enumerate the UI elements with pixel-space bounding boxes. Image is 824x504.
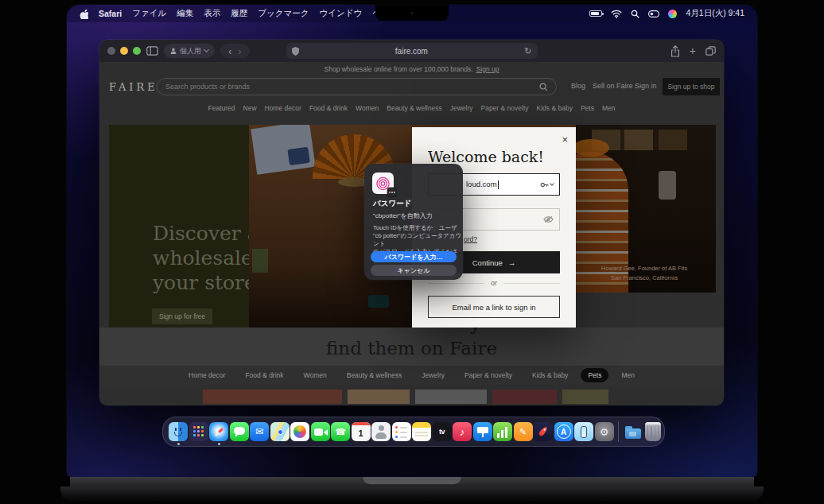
- dock-icon-calendar[interactable]: 1: [352, 422, 371, 441]
- enter-password-button[interactable]: パスワードを入力…: [371, 251, 457, 262]
- dock-icon-iphone-mirroring[interactable]: [574, 422, 593, 441]
- battery-icon[interactable]: [589, 10, 602, 17]
- nav-featured[interactable]: Featured: [208, 104, 235, 112]
- footer-pill-pets-active[interactable]: Pets: [581, 368, 608, 382]
- chevron-down-icon: [204, 47, 209, 52]
- blog-link[interactable]: Blog: [571, 82, 585, 90]
- sell-on-faire-link[interactable]: Sell on Faire: [593, 82, 633, 90]
- apple-menu-icon[interactable]: [80, 9, 88, 19]
- section-heading: find them on Faire: [99, 338, 724, 359]
- dock-icon-numbers[interactable]: [493, 422, 512, 441]
- zoom-window-button[interactable]: [133, 47, 141, 55]
- menu-item-file[interactable]: ファイル: [132, 8, 166, 19]
- nav-women[interactable]: Women: [356, 104, 379, 112]
- menubar-clock[interactable]: 4月1日(火) 9:41: [686, 8, 744, 19]
- cancel-button[interactable]: キャンセル: [371, 265, 457, 276]
- minimize-window-button[interactable]: [120, 47, 128, 55]
- footer-pill-kids-baby[interactable]: Kids & baby: [525, 368, 575, 382]
- category-nav: Featured New Home decor Food & drink Wom…: [99, 100, 724, 116]
- profile-switcher[interactable]: 個人用: [164, 44, 215, 58]
- footer-pill-jewelry[interactable]: Jewelry: [414, 368, 452, 382]
- dock-icon-system-settings[interactable]: ⚙: [595, 422, 614, 441]
- traffic-lights: [107, 47, 141, 55]
- dock-icon-safari[interactable]: [209, 422, 228, 441]
- reload-icon[interactable]: ↻: [524, 46, 531, 56]
- dock-icon-messages[interactable]: [230, 422, 249, 441]
- footer-category-nav: Home decor Food & drink Women Beauty & w…: [99, 366, 724, 385]
- footer-pill-paper-novelty[interactable]: Paper & novelty: [457, 368, 519, 382]
- chevron-down-icon[interactable]: [550, 181, 554, 186]
- site-search-input[interactable]: Search products or brands: [157, 78, 557, 95]
- dock-icon-apps-launchpad[interactable]: [189, 422, 208, 441]
- passwords-key-icon[interactable]: [540, 180, 549, 189]
- dock-icon-mail[interactable]: ✉: [250, 422, 269, 441]
- new-tab-icon[interactable]: +: [690, 45, 696, 56]
- history-nav: ‹ ›: [220, 44, 250, 58]
- nav-kids-baby[interactable]: Kids & baby: [537, 104, 573, 112]
- dock-icon-facetime[interactable]: [311, 422, 330, 441]
- menu-item-bookmarks[interactable]: ブックマーク: [258, 8, 309, 19]
- dock-icon-photos[interactable]: [290, 422, 309, 441]
- dock-icon-app-store[interactable]: A: [554, 422, 573, 441]
- share-icon[interactable]: [670, 45, 680, 57]
- forward-button[interactable]: ›: [235, 46, 244, 56]
- menu-item-history[interactable]: 履歴: [231, 8, 247, 19]
- footer-pill-men[interactable]: Men: [614, 368, 642, 382]
- rocket-icon: [538, 426, 549, 437]
- dock-icon-maps[interactable]: [270, 422, 290, 441]
- footer-pill-women[interactable]: Women: [297, 368, 334, 382]
- tab-overview-icon[interactable]: [705, 46, 716, 56]
- dock-icon-tv[interactable]: tv: [433, 422, 452, 441]
- nav-home-decor[interactable]: Home decor: [265, 104, 301, 112]
- back-button[interactable]: ‹: [225, 46, 235, 56]
- banner-signup-link[interactable]: Sign up: [476, 65, 499, 73]
- camera-dot: [411, 12, 414, 14]
- control-center-icon[interactable]: [648, 10, 659, 17]
- nav-new[interactable]: New: [243, 104, 257, 112]
- menu-item-view[interactable]: 表示: [204, 8, 220, 19]
- spotlight-icon[interactable]: [631, 10, 639, 18]
- dock-icon-reminders[interactable]: [392, 422, 411, 441]
- email-link-button[interactable]: Email me a link to sign in: [428, 296, 560, 318]
- privacy-shield-icon: [292, 47, 299, 56]
- dock-downloads-folder[interactable]: [624, 422, 643, 441]
- sidebar-toggle-icon[interactable]: [146, 46, 158, 56]
- forgot-password-link-partial[interactable]: ord?: [464, 235, 477, 243]
- announcement-banner: Shop wholesale online from over 100,000 …: [99, 62, 724, 76]
- person-icon: [170, 48, 177, 54]
- close-window-button[interactable]: [107, 47, 115, 55]
- nav-beauty-wellness[interactable]: Beauty & wellness: [387, 104, 441, 112]
- wifi-icon[interactable]: [611, 10, 622, 18]
- menu-item-edit[interactable]: 編集: [177, 8, 193, 19]
- dock-icon-notes[interactable]: [412, 422, 431, 441]
- dock-icon-music[interactable]: ♪: [453, 422, 472, 441]
- footer-pill-food-drink[interactable]: Food & drink: [238, 368, 290, 382]
- nav-men[interactable]: Men: [602, 104, 616, 112]
- faire-logo[interactable]: FAIRE: [109, 81, 158, 93]
- address-bar[interactable]: faire.com ↻: [286, 43, 538, 59]
- sign-up-to-shop-button[interactable]: Sign up to shop: [663, 78, 720, 95]
- show-password-eye-icon[interactable]: [543, 215, 554, 223]
- dock-trash[interactable]: [645, 422, 661, 441]
- menu-item-safari[interactable]: Safari: [99, 9, 122, 18]
- footer-pill-beauty-wellness[interactable]: Beauty & wellness: [340, 368, 409, 382]
- nav-jewelry[interactable]: Jewelry: [450, 104, 473, 112]
- dock-icon-finder[interactable]: [169, 422, 188, 441]
- dock-icon-games[interactable]: [534, 422, 553, 441]
- close-icon[interactable]: ×: [562, 134, 568, 145]
- nav-pets[interactable]: Pets: [581, 104, 594, 112]
- pages-pen-icon: ✎: [519, 427, 527, 437]
- nav-food-drink[interactable]: Food & drink: [309, 104, 348, 112]
- sign-in-link[interactable]: Sign in: [635, 82, 657, 90]
- footer-pill-home-decor[interactable]: Home decor: [181, 368, 232, 382]
- hero-heading-line3: your store.: [153, 271, 249, 294]
- sign-up-for-free-button[interactable]: Sign up for free: [152, 308, 212, 324]
- menu-item-window[interactable]: ウインドウ: [319, 8, 362, 19]
- dock-icon-pages[interactable]: ✎: [514, 422, 533, 441]
- nav-paper-novelty[interactable]: Paper & novelty: [481, 104, 529, 112]
- siri-icon[interactable]: [668, 10, 677, 18]
- dock-icon-keynote[interactable]: [473, 422, 492, 441]
- dock: ✉ ☎ 1 tv ♪ ✎ A ⚙: [162, 417, 665, 447]
- dock-icon-phone[interactable]: ☎: [331, 422, 350, 441]
- dock-icon-contacts[interactable]: [371, 422, 391, 441]
